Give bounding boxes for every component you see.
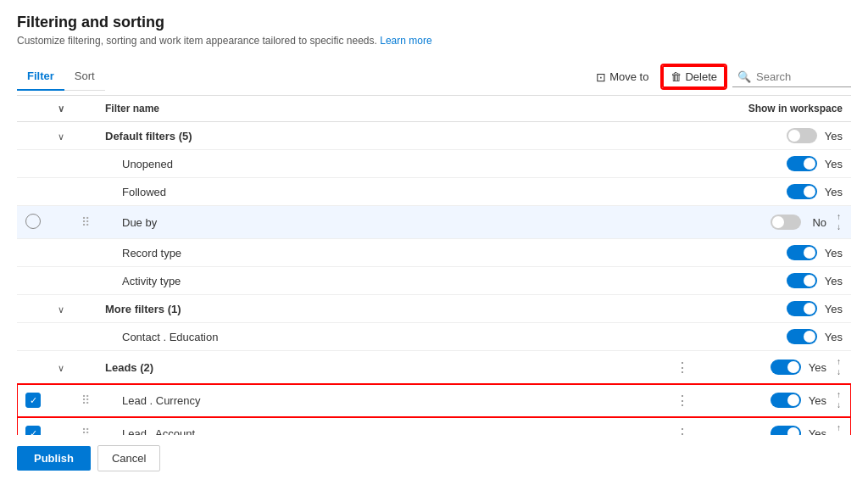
- move-to-button[interactable]: ⊡ Move to: [589, 67, 655, 87]
- cell-filter-name: Unopened: [97, 150, 667, 178]
- cancel-button[interactable]: Cancel: [97, 445, 160, 471]
- drag-handle-icon[interactable]: ⠿: [81, 393, 88, 407]
- arrow-up-button[interactable]: ↑: [835, 390, 843, 400]
- context-menu-icon[interactable]: ⋮: [676, 393, 690, 408]
- arrow-up-button[interactable]: ↑: [835, 357, 843, 367]
- group-name: Leads (2): [105, 361, 153, 374]
- cell-filter-name: Default filters (5): [97, 122, 667, 150]
- toggle-switch[interactable]: [771, 215, 801, 230]
- cell-dots: ⋮: [667, 351, 698, 384]
- toggle-label: Yes: [822, 158, 843, 170]
- cell-check: [17, 295, 49, 323]
- expand-all-icon[interactable]: ∨: [58, 103, 64, 114]
- toggle-switch[interactable]: [787, 156, 817, 171]
- arrow-up-button[interactable]: ↑: [835, 212, 843, 222]
- toggle-switch[interactable]: [787, 184, 817, 199]
- cell-dots: ⋮: [667, 417, 698, 436]
- cell-drag: ⠿: [73, 206, 97, 239]
- toggle-switch[interactable]: [787, 273, 817, 288]
- cell-drag: [73, 267, 97, 295]
- search-input[interactable]: [756, 70, 841, 83]
- col-header-expand: ∨: [49, 96, 73, 122]
- tab-filter[interactable]: Filter: [17, 63, 64, 91]
- checkbox-checked[interactable]: ✓: [25, 393, 41, 408]
- context-menu-icon[interactable]: ⋮: [676, 426, 690, 436]
- filter-name: Lead . Currency: [105, 394, 201, 407]
- col-header-drag: [73, 96, 97, 122]
- cell-expand: [49, 178, 73, 206]
- delete-button[interactable]: 🗑 Delete: [662, 65, 726, 88]
- col-header-show: Show in workspace: [698, 96, 851, 122]
- cell-expand: ∨: [49, 122, 73, 150]
- cell-show-workspace: Yes: [698, 122, 851, 150]
- cell-expand: ∨: [49, 351, 73, 384]
- cell-dots: [667, 122, 698, 150]
- cell-expand: ∨: [49, 295, 73, 323]
- arrow-up-button[interactable]: ↑: [835, 423, 843, 433]
- cell-show-workspace: Yes ↑ ↓: [698, 384, 851, 417]
- cell-expand: [49, 239, 73, 267]
- cell-dots: [667, 178, 698, 206]
- publish-button[interactable]: Publish: [17, 446, 91, 471]
- delete-icon: 🗑: [670, 70, 682, 83]
- cell-check: [17, 150, 49, 178]
- cell-show-workspace: Yes: [698, 323, 851, 351]
- table-container: ∨ Filter name Show in workspace ∨Default…: [17, 95, 851, 435]
- search-icon: 🔍: [737, 70, 751, 83]
- cell-dots: [667, 206, 698, 239]
- cell-show-workspace: Yes: [698, 239, 851, 267]
- table-row: ✓⠿Lead . Currency⋮Yes ↑ ↓: [17, 384, 851, 417]
- table-row: ∨Default filters (5)Yes: [17, 122, 851, 150]
- cell-show-workspace: No ↑ ↓: [698, 206, 851, 239]
- cell-drag: [73, 239, 97, 267]
- cell-dots: [667, 239, 698, 267]
- cell-drag: ⠿: [73, 384, 97, 417]
- toggle-switch[interactable]: [787, 128, 817, 143]
- sort-arrows: ↑ ↓: [835, 390, 843, 410]
- cell-drag: [73, 122, 97, 150]
- toggle-label: Yes: [822, 331, 843, 343]
- learn-more-link[interactable]: Learn more: [380, 35, 431, 47]
- table-row: Contact . EducationYes: [17, 323, 851, 351]
- toggle-label: Yes: [822, 186, 843, 198]
- cell-check: [17, 206, 49, 239]
- bottom-bar: Publish Cancel: [17, 435, 851, 471]
- cell-check: [17, 122, 49, 150]
- arrow-down-button[interactable]: ↓: [835, 400, 843, 410]
- context-menu-icon[interactable]: ⋮: [676, 360, 690, 375]
- toggle-switch[interactable]: [771, 360, 801, 375]
- toggle-switch[interactable]: [787, 329, 817, 344]
- table-row: FollowedYes: [17, 178, 851, 206]
- checkbox-circle[interactable]: [25, 214, 41, 229]
- cell-expand: [49, 384, 73, 417]
- cell-check: ✓: [17, 384, 49, 417]
- toggle-switch[interactable]: [787, 301, 817, 316]
- arrow-down-button[interactable]: ↓: [835, 367, 843, 377]
- arrow-down-button[interactable]: ↓: [835, 222, 843, 232]
- expand-icon[interactable]: ∨: [58, 363, 64, 373]
- cell-check: [17, 351, 49, 384]
- expand-icon[interactable]: ∨: [58, 304, 64, 315]
- drag-handle-icon[interactable]: ⠿: [81, 215, 88, 229]
- drag-handle-icon[interactable]: ⠿: [81, 426, 88, 435]
- cell-show-workspace: Yes: [698, 267, 851, 295]
- tab-sort[interactable]: Sort: [64, 63, 105, 91]
- group-name: Default filters (5): [105, 130, 192, 142]
- col-header-dots: [667, 96, 698, 122]
- filter-name: Contact . Education: [105, 331, 218, 343]
- cell-expand: [49, 323, 73, 351]
- toggle-switch[interactable]: [771, 393, 801, 408]
- checkbox-checked[interactable]: ✓: [25, 426, 41, 435]
- cell-dots: [667, 267, 698, 295]
- cell-show-workspace: Yes ↑ ↓: [698, 417, 851, 436]
- cell-check: [17, 178, 49, 206]
- page-header: Filtering and sorting Customize filterin…: [17, 14, 851, 59]
- cell-drag: [73, 178, 97, 206]
- cell-expand: [49, 417, 73, 436]
- toggle-switch[interactable]: [787, 245, 817, 260]
- page-container: Filtering and sorting Customize filterin…: [0, 0, 868, 485]
- cell-show-workspace: Yes: [698, 150, 851, 178]
- toggle-switch[interactable]: [771, 426, 801, 435]
- expand-icon[interactable]: ∨: [58, 131, 64, 142]
- cell-show-workspace: Yes: [698, 178, 851, 206]
